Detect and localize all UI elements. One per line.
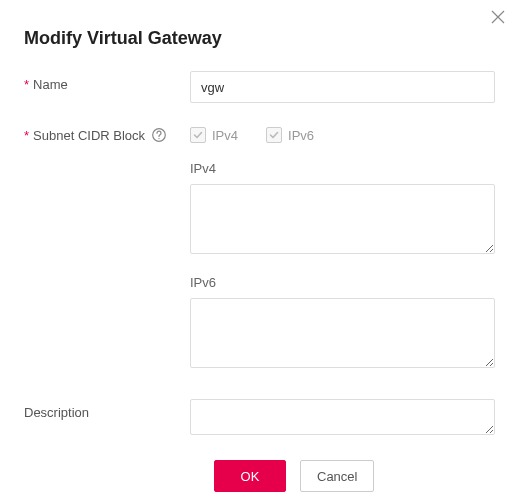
description-label-col: Description (24, 399, 190, 420)
subnet-label-col: * Subnet CIDR Block (24, 121, 190, 143)
description-label: Description (24, 405, 89, 420)
ipv4-option-label: IPv4 (212, 128, 238, 143)
description-textarea[interactable] (190, 399, 495, 435)
ok-button[interactable]: OK (214, 460, 286, 492)
checkbox-icon (266, 127, 282, 143)
subnet-label: Subnet CIDR Block (33, 128, 145, 143)
dialog-title: Modify Virtual Gateway (0, 0, 519, 71)
close-icon[interactable] (491, 10, 505, 24)
required-mark: * (24, 129, 29, 142)
checkbox-icon (190, 127, 206, 143)
ipv6-checkbox[interactable]: IPv6 (266, 127, 314, 143)
cancel-button[interactable]: Cancel (300, 460, 374, 492)
ipv4-textarea[interactable] (190, 184, 495, 254)
name-label-col: * Name (24, 71, 190, 92)
ipv6-textarea[interactable] (190, 298, 495, 368)
ipv4-section-label: IPv4 (190, 161, 495, 176)
row-description: Description (24, 399, 495, 438)
row-subnet: * Subnet CIDR Block IPv4 IPv6 IPv4 IPv6 (24, 121, 495, 371)
name-input[interactable] (190, 71, 495, 103)
ipv4-checkbox[interactable]: IPv4 (190, 127, 238, 143)
name-label: Name (33, 77, 68, 92)
form: * Name * Subnet CIDR Block IPv4 IPv6 (0, 71, 519, 492)
help-icon[interactable] (151, 127, 167, 143)
svg-point-1 (158, 138, 159, 139)
dialog-actions: OK Cancel (24, 460, 495, 492)
ipv6-section-label: IPv6 (190, 275, 495, 290)
row-name: * Name (24, 71, 495, 103)
required-mark: * (24, 78, 29, 91)
ipv6-option-label: IPv6 (288, 128, 314, 143)
ip-version-options: IPv4 IPv6 (190, 121, 495, 143)
